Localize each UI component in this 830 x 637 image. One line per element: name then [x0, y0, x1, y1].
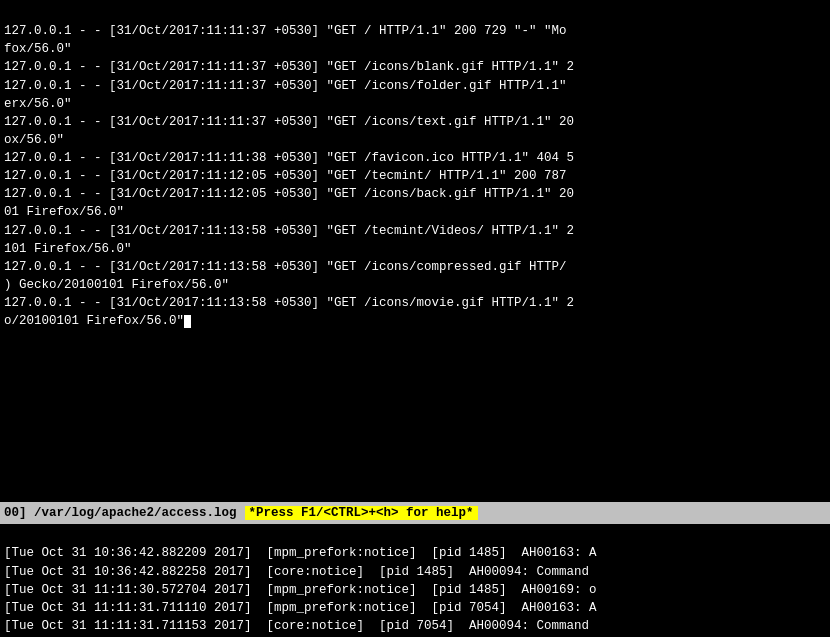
log-line: 01 Firefox/56.0"	[4, 203, 826, 221]
cursor	[184, 315, 191, 328]
log-line: 127.0.0.1 - - [31/Oct/2017:11:13:58 +053…	[4, 294, 826, 312]
log-line: ) Gecko/20100101 Firefox/56.0"	[4, 276, 826, 294]
file-info: 00] /var/log/apache2/access.log	[4, 506, 237, 520]
help-text: *Press F1/<CTRL>+<h> for help*	[245, 506, 478, 520]
error-log-line: [Tue Oct 31 11:11:30.572704 2017] [mpm_p…	[4, 581, 826, 599]
log-line: 127.0.0.1 - - [31/Oct/2017:11:11:37 +053…	[4, 22, 826, 40]
status-bar: 00] /var/log/apache2/access.log *Press F…	[0, 502, 830, 524]
log-line: 127.0.0.1 - - [31/Oct/2017:11:12:05 +053…	[4, 167, 826, 185]
error-log-line: [Tue Oct 31 11:11:31.711153 2017] [core:…	[4, 617, 826, 635]
log-line: 127.0.0.1 - - [31/Oct/2017:11:11:37 +053…	[4, 113, 826, 131]
log-line: erx/56.0"	[4, 95, 826, 113]
log-line: 127.0.0.1 - - [31/Oct/2017:11:13:58 +053…	[4, 222, 826, 240]
log-line: ox/56.0"	[4, 131, 826, 149]
log-line: 127.0.0.1 - - [31/Oct/2017:11:12:05 +053…	[4, 185, 826, 203]
error-log-line: [Tue Oct 31 10:36:42.882209 2017] [mpm_p…	[4, 544, 826, 562]
error-log-pane: [Tue Oct 31 10:36:42.882209 2017] [mpm_p…	[0, 524, 830, 637]
log-line: fox/56.0"	[4, 40, 826, 58]
error-log-line: [Tue Oct 31 10:36:42.882258 2017] [core:…	[4, 563, 826, 581]
log-line: 127.0.0.1 - - [31/Oct/2017:11:11:37 +053…	[4, 58, 826, 76]
log-line: 127.0.0.1 - - [31/Oct/2017:11:11:38 +053…	[4, 149, 826, 167]
log-line: 127.0.0.1 - - [31/Oct/2017:11:11:37 +053…	[4, 77, 826, 95]
log-line: 101 Firefox/56.0"	[4, 240, 826, 258]
log-line: 127.0.0.1 - - [31/Oct/2017:11:13:58 +053…	[4, 258, 826, 276]
error-log-line: [Tue Oct 31 11:11:31.711110 2017] [mpm_p…	[4, 599, 826, 617]
main-log-pane: 127.0.0.1 - - [31/Oct/2017:11:11:37 +053…	[0, 0, 830, 502]
log-line: o/20100101 Firefox/56.0"	[4, 312, 826, 330]
